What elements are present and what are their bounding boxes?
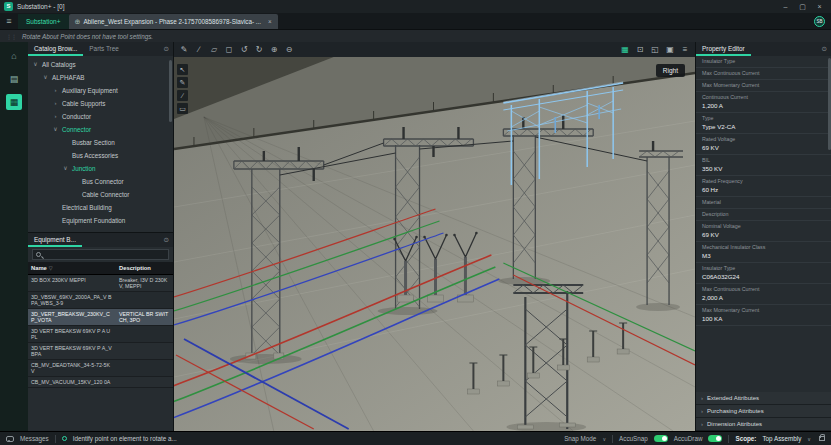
table-row[interactable]: CB_MV_VACUUM_15KV_120 0A bbox=[28, 377, 173, 388]
tree-item[interactable]: ›Auxiliary Equipment bbox=[28, 84, 173, 97]
close-button[interactable]: × bbox=[812, 0, 827, 13]
tab-catalog-browser[interactable]: Catalog Brow... bbox=[28, 42, 83, 56]
property-field[interactable]: Continuous Current1,200 A bbox=[696, 92, 831, 113]
sketch-icon[interactable]: ✎ bbox=[177, 77, 188, 88]
tree-item[interactable]: ∨All Catalogs bbox=[28, 58, 173, 71]
rotate-ccw-icon[interactable]: ↺ bbox=[239, 42, 249, 57]
table-row[interactable]: 3D VERT BREAKSW 69KV P A UPL bbox=[28, 326, 173, 343]
chevron-down-icon[interactable]: ∨ bbox=[42, 71, 49, 84]
property-field[interactable]: Max Momentary Current100 KA bbox=[696, 305, 831, 326]
tab-property-editor[interactable]: Property Editor bbox=[696, 42, 751, 56]
table-row[interactable]: 3D_VERT_BREAKSW_230KV_CP_VOTAVERTICAL BR… bbox=[28, 309, 173, 326]
section-header[interactable]: ›Dimension Attributes bbox=[696, 418, 831, 431]
pin-icon[interactable]: ⊙ bbox=[822, 45, 827, 53]
property-field[interactable]: TypeType V2-CA bbox=[696, 113, 831, 134]
tree-item[interactable]: Electrical Building bbox=[28, 201, 173, 214]
rectangle-icon[interactable]: ◻ bbox=[224, 42, 234, 57]
chevron-down-icon[interactable]: ∨ bbox=[62, 162, 69, 175]
rectangle-icon[interactable]: ▭ bbox=[177, 103, 188, 114]
view-attributes-icon[interactable]: ▣ bbox=[665, 42, 675, 57]
catalog-icon[interactable]: ▦ bbox=[6, 94, 22, 110]
menu-icon[interactable]: ≡ bbox=[0, 13, 18, 29]
accusnap-toggle[interactable] bbox=[654, 435, 668, 442]
filter-icon[interactable]: ▽ bbox=[49, 265, 53, 271]
chevron-down-icon[interactable]: ∨ bbox=[602, 436, 606, 442]
table-row[interactable]: 3D_VBSW_69KV_2000A_PA_V BPA_WBS_3-9 bbox=[28, 292, 173, 309]
home-icon[interactable]: ⌂ bbox=[6, 48, 22, 64]
tree-item[interactable]: ∨Junction bbox=[28, 162, 173, 175]
scrollbar[interactable] bbox=[169, 60, 172, 122]
property-field[interactable]: Max Momentary Current bbox=[696, 80, 831, 92]
tree-item[interactable]: Bus Connector bbox=[28, 175, 173, 188]
equipment-browser: Equipment B... ⊙ Name ▽ Description bbox=[28, 232, 173, 431]
explorer-icon[interactable]: ▤ bbox=[6, 71, 22, 87]
maximize-button[interactable]: ▢ bbox=[795, 0, 810, 13]
tab-equipment-browser[interactable]: Equipment B... bbox=[28, 233, 82, 247]
tree-item[interactable]: Bus Accessories bbox=[28, 149, 173, 162]
chevron-right-icon[interactable]: › bbox=[52, 97, 59, 110]
tab-parts-tree[interactable]: Parts Tree bbox=[83, 42, 124, 56]
column-header-name[interactable]: Name ▽ bbox=[28, 262, 116, 274]
pen-icon[interactable]: ✎ bbox=[179, 42, 189, 57]
viewport[interactable]: ✎∕▱◻↺↻⊕⊖ ▦⊡◱▣≡ ↖✎∕▭ Right bbox=[174, 42, 695, 431]
property-field[interactable]: Description bbox=[696, 209, 831, 221]
property-field[interactable]: BIL350 KV bbox=[696, 155, 831, 176]
polygon-icon[interactable]: ▱ bbox=[209, 42, 219, 57]
view-cube-label[interactable]: Right bbox=[656, 64, 685, 77]
property-field[interactable]: Rated Frequency60 Hz bbox=[696, 176, 831, 197]
rotate-cw-icon[interactable]: ↻ bbox=[254, 42, 264, 57]
property-field[interactable]: Insulator TypeC06A032G24 bbox=[696, 263, 831, 284]
tab-close-icon[interactable]: × bbox=[268, 18, 272, 25]
messages-icon[interactable] bbox=[6, 436, 14, 442]
grip-icon[interactable]: ⋮⋮ bbox=[6, 33, 16, 40]
messages-label[interactable]: Messages bbox=[20, 435, 49, 442]
tree-item[interactable]: Equipment Foundation bbox=[28, 214, 173, 227]
viewport-3d-scene[interactable] bbox=[174, 57, 695, 431]
property-field[interactable]: Mechanical Insulator ClassM3 bbox=[696, 242, 831, 263]
fit-view-icon[interactable]: ⊡ bbox=[635, 42, 645, 57]
property-field[interactable]: Rated Voltage69 KV bbox=[696, 134, 831, 155]
tab-document[interactable]: ⊕ Abilene_West Expansion - Phase 2-17570… bbox=[69, 14, 278, 29]
lock-icon[interactable] bbox=[819, 436, 825, 441]
tree-item[interactable]: Cable Connector bbox=[28, 188, 173, 201]
chevron-down-icon[interactable]: ∨ bbox=[32, 58, 39, 71]
table-row[interactable]: 3D BOX 230KV MEPPIBreaker, I3V D 230KV, … bbox=[28, 275, 173, 292]
line-icon[interactable]: ∕ bbox=[194, 42, 204, 57]
tree-item[interactable]: ›Conductor bbox=[28, 110, 173, 123]
tab-home[interactable]: Substation+ bbox=[18, 14, 69, 29]
chevron-right-icon[interactable]: › bbox=[52, 110, 59, 123]
property-field[interactable]: Material bbox=[696, 197, 831, 209]
zoom-in-icon[interactable]: ⊕ bbox=[269, 42, 279, 57]
scope-dropdown[interactable]: Top Assembly bbox=[762, 435, 801, 442]
chevron-down-icon[interactable]: ∨ bbox=[807, 436, 811, 442]
table-row[interactable]: 3D VERT BREAKSW 69KV P A_VBPA bbox=[28, 343, 173, 360]
minimize-button[interactable]: – bbox=[778, 0, 793, 13]
chevron-down-icon[interactable]: ∨ bbox=[52, 123, 59, 136]
view-menu-icon[interactable]: ≡ bbox=[680, 42, 690, 57]
accudraw-toggle[interactable] bbox=[708, 435, 722, 442]
property-field[interactable]: Max Continuous Current bbox=[696, 68, 831, 80]
tree-item[interactable]: ∨Connector bbox=[28, 123, 173, 136]
search-input[interactable] bbox=[32, 249, 169, 260]
chevron-right-icon[interactable]: › bbox=[52, 84, 59, 97]
zoom-out-icon[interactable]: ⊖ bbox=[284, 42, 294, 57]
select-icon[interactable]: ↖ bbox=[177, 64, 188, 75]
property-field[interactable]: Nominal Voltage69 KV bbox=[696, 221, 831, 242]
section-header[interactable]: ›Extended Attributes bbox=[696, 392, 831, 405]
user-avatar[interactable]: SB bbox=[814, 16, 825, 27]
window-area-icon[interactable]: ◱ bbox=[650, 42, 660, 57]
section-title: Extended Attributes bbox=[707, 395, 759, 401]
tree-item[interactable]: Busbar Section bbox=[28, 136, 173, 149]
saved-views-icon[interactable]: ▦ bbox=[620, 42, 630, 57]
pin-icon[interactable]: ⊙ bbox=[164, 236, 169, 244]
pin-icon[interactable]: ⊙ bbox=[164, 45, 169, 53]
section-header[interactable]: ›Purchasing Attributes bbox=[696, 405, 831, 418]
snap-mode-label[interactable]: Snap Mode bbox=[564, 435, 596, 442]
table-row[interactable]: CB_MV_DEADTANK_34-5-72-5KV bbox=[28, 360, 173, 377]
line-icon[interactable]: ∕ bbox=[177, 90, 188, 101]
property-field[interactable]: Max Continuous Current2,000 A bbox=[696, 284, 831, 305]
tree-item[interactable]: ›Cable Supports bbox=[28, 97, 173, 110]
column-header-description[interactable]: Description bbox=[116, 262, 173, 274]
tree-item[interactable]: ∨ALPHAFAB bbox=[28, 71, 173, 84]
property-field[interactable]: Insulator Type bbox=[696, 56, 831, 68]
